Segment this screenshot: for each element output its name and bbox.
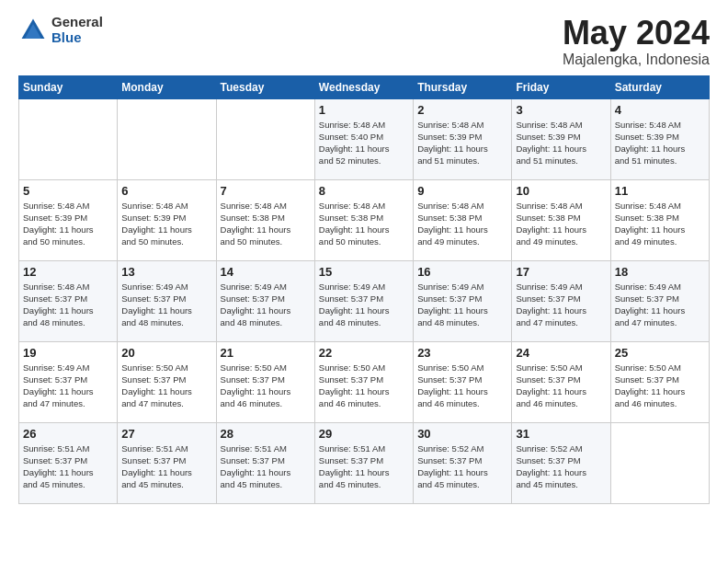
logo-text: General Blue bbox=[51, 15, 103, 45]
day-info: Sunrise: 5:52 AM Sunset: 5:37 PM Dayligh… bbox=[417, 442, 507, 491]
calendar-cell bbox=[118, 98, 216, 179]
day-info: Sunrise: 5:48 AM Sunset: 5:40 PM Dayligh… bbox=[319, 119, 409, 167]
calendar-cell: 6Sunrise: 5:48 AM Sunset: 5:39 PM Daylig… bbox=[118, 179, 216, 260]
calendar-cell: 23Sunrise: 5:50 AM Sunset: 5:37 PM Dayli… bbox=[414, 341, 512, 422]
logo-icon bbox=[18, 16, 48, 45]
day-number: 14 bbox=[221, 265, 311, 279]
day-info: Sunrise: 5:50 AM Sunset: 5:37 PM Dayligh… bbox=[615, 362, 705, 410]
day-number: 28 bbox=[221, 427, 311, 441]
day-number: 15 bbox=[319, 265, 409, 279]
day-number: 12 bbox=[23, 265, 113, 279]
day-info: Sunrise: 5:48 AM Sunset: 5:38 PM Dayligh… bbox=[615, 200, 705, 248]
day-number: 23 bbox=[417, 346, 507, 360]
week-row-4: 26Sunrise: 5:51 AM Sunset: 5:37 PM Dayli… bbox=[19, 422, 710, 503]
day-info: Sunrise: 5:50 AM Sunset: 5:37 PM Dayligh… bbox=[121, 362, 211, 410]
week-row-3: 19Sunrise: 5:49 AM Sunset: 5:37 PM Dayli… bbox=[19, 341, 710, 422]
day-info: Sunrise: 5:49 AM Sunset: 5:37 PM Dayligh… bbox=[121, 281, 211, 329]
day-info: Sunrise: 5:52 AM Sunset: 5:37 PM Dayligh… bbox=[516, 442, 606, 491]
calendar-cell: 26Sunrise: 5:51 AM Sunset: 5:37 PM Dayli… bbox=[19, 422, 118, 503]
day-info: Sunrise: 5:49 AM Sunset: 5:37 PM Dayligh… bbox=[615, 281, 705, 329]
calendar-cell: 14Sunrise: 5:49 AM Sunset: 5:37 PM Dayli… bbox=[216, 260, 314, 341]
day-header-thursday: Thursday bbox=[414, 75, 512, 98]
calendar-subtitle: Majalengka, Indonesia bbox=[563, 52, 710, 68]
day-info: Sunrise: 5:50 AM Sunset: 5:37 PM Dayligh… bbox=[417, 362, 507, 410]
day-info: Sunrise: 5:48 AM Sunset: 5:38 PM Dayligh… bbox=[516, 200, 606, 248]
calendar-cell: 12Sunrise: 5:48 AM Sunset: 5:37 PM Dayli… bbox=[19, 260, 118, 341]
calendar-cell bbox=[610, 422, 709, 503]
day-number: 21 bbox=[221, 346, 311, 360]
day-number: 11 bbox=[615, 184, 705, 198]
day-number: 18 bbox=[615, 265, 705, 279]
day-number: 8 bbox=[319, 184, 409, 198]
calendar-cell: 30Sunrise: 5:52 AM Sunset: 5:37 PM Dayli… bbox=[414, 422, 512, 503]
day-number: 9 bbox=[417, 184, 507, 198]
calendar-title: May 2024 bbox=[563, 15, 710, 52]
day-number: 26 bbox=[23, 427, 113, 441]
calendar-cell: 13Sunrise: 5:49 AM Sunset: 5:37 PM Dayli… bbox=[118, 260, 216, 341]
day-info: Sunrise: 5:48 AM Sunset: 5:39 PM Dayligh… bbox=[417, 119, 507, 167]
day-header-tuesday: Tuesday bbox=[216, 75, 314, 98]
day-number: 31 bbox=[516, 427, 606, 441]
day-number: 20 bbox=[121, 346, 211, 360]
calendar-cell: 11Sunrise: 5:48 AM Sunset: 5:38 PM Dayli… bbox=[610, 179, 709, 260]
calendar-cell: 22Sunrise: 5:50 AM Sunset: 5:37 PM Dayli… bbox=[314, 341, 413, 422]
day-info: Sunrise: 5:50 AM Sunset: 5:37 PM Dayligh… bbox=[221, 362, 311, 410]
day-number: 16 bbox=[417, 265, 507, 279]
day-info: Sunrise: 5:48 AM Sunset: 5:39 PM Dayligh… bbox=[23, 200, 113, 248]
calendar-cell: 10Sunrise: 5:48 AM Sunset: 5:38 PM Dayli… bbox=[512, 179, 610, 260]
day-number: 5 bbox=[23, 184, 113, 198]
day-info: Sunrise: 5:48 AM Sunset: 5:38 PM Dayligh… bbox=[319, 200, 409, 248]
logo-general-text: General bbox=[51, 15, 103, 30]
day-info: Sunrise: 5:48 AM Sunset: 5:38 PM Dayligh… bbox=[417, 200, 507, 248]
day-info: Sunrise: 5:48 AM Sunset: 5:39 PM Dayligh… bbox=[121, 200, 211, 248]
day-header-friday: Friday bbox=[512, 75, 610, 98]
week-row-2: 12Sunrise: 5:48 AM Sunset: 5:37 PM Dayli… bbox=[19, 260, 710, 341]
day-header-saturday: Saturday bbox=[610, 75, 709, 98]
calendar-cell: 15Sunrise: 5:49 AM Sunset: 5:37 PM Dayli… bbox=[314, 260, 413, 341]
day-info: Sunrise: 5:48 AM Sunset: 5:37 PM Dayligh… bbox=[23, 281, 113, 329]
calendar-table: SundayMondayTuesdayWednesdayThursdayFrid… bbox=[18, 75, 710, 504]
day-number: 13 bbox=[121, 265, 211, 279]
page: General Blue May 2024 Majalengka, Indone… bbox=[0, 0, 728, 563]
day-info: Sunrise: 5:51 AM Sunset: 5:37 PM Dayligh… bbox=[221, 442, 311, 491]
calendar-cell: 21Sunrise: 5:50 AM Sunset: 5:37 PM Dayli… bbox=[216, 341, 314, 422]
calendar-cell: 16Sunrise: 5:49 AM Sunset: 5:37 PM Dayli… bbox=[414, 260, 512, 341]
calendar-cell: 28Sunrise: 5:51 AM Sunset: 5:37 PM Dayli… bbox=[216, 422, 314, 503]
week-row-0: 1Sunrise: 5:48 AM Sunset: 5:40 PM Daylig… bbox=[19, 98, 710, 179]
week-row-1: 5Sunrise: 5:48 AM Sunset: 5:39 PM Daylig… bbox=[19, 179, 710, 260]
day-number: 4 bbox=[615, 103, 705, 117]
day-info: Sunrise: 5:48 AM Sunset: 5:39 PM Dayligh… bbox=[516, 119, 606, 167]
calendar-cell bbox=[216, 98, 314, 179]
calendar-cell bbox=[19, 98, 118, 179]
day-number: 1 bbox=[319, 103, 409, 117]
day-number: 3 bbox=[516, 103, 606, 117]
calendar-cell: 31Sunrise: 5:52 AM Sunset: 5:37 PM Dayli… bbox=[512, 422, 610, 503]
calendar-cell: 5Sunrise: 5:48 AM Sunset: 5:39 PM Daylig… bbox=[19, 179, 118, 260]
day-header-monday: Monday bbox=[118, 75, 216, 98]
day-number: 19 bbox=[23, 346, 113, 360]
day-number: 7 bbox=[221, 184, 311, 198]
title-block: May 2024 Majalengka, Indonesia bbox=[563, 15, 710, 68]
calendar-cell: 3Sunrise: 5:48 AM Sunset: 5:39 PM Daylig… bbox=[512, 98, 610, 179]
day-info: Sunrise: 5:51 AM Sunset: 5:37 PM Dayligh… bbox=[319, 442, 409, 491]
day-number: 25 bbox=[615, 346, 705, 360]
day-info: Sunrise: 5:50 AM Sunset: 5:37 PM Dayligh… bbox=[319, 362, 409, 410]
day-number: 6 bbox=[121, 184, 211, 198]
calendar-cell: 1Sunrise: 5:48 AM Sunset: 5:40 PM Daylig… bbox=[314, 98, 413, 179]
day-number: 24 bbox=[516, 346, 606, 360]
day-number: 27 bbox=[121, 427, 211, 441]
day-info: Sunrise: 5:50 AM Sunset: 5:37 PM Dayligh… bbox=[516, 362, 606, 410]
calendar-cell: 19Sunrise: 5:49 AM Sunset: 5:37 PM Dayli… bbox=[19, 341, 118, 422]
day-info: Sunrise: 5:49 AM Sunset: 5:37 PM Dayligh… bbox=[417, 281, 507, 329]
header: General Blue May 2024 Majalengka, Indone… bbox=[18, 15, 710, 68]
day-info: Sunrise: 5:48 AM Sunset: 5:38 PM Dayligh… bbox=[221, 200, 311, 248]
logo: General Blue bbox=[18, 15, 103, 45]
calendar-cell: 9Sunrise: 5:48 AM Sunset: 5:38 PM Daylig… bbox=[414, 179, 512, 260]
day-info: Sunrise: 5:49 AM Sunset: 5:37 PM Dayligh… bbox=[319, 281, 409, 329]
logo-blue-text: Blue bbox=[51, 30, 103, 46]
day-number: 17 bbox=[516, 265, 606, 279]
day-number: 2 bbox=[417, 103, 507, 117]
day-info: Sunrise: 5:48 AM Sunset: 5:39 PM Dayligh… bbox=[615, 119, 705, 167]
calendar-cell: 7Sunrise: 5:48 AM Sunset: 5:38 PM Daylig… bbox=[216, 179, 314, 260]
calendar-cell: 8Sunrise: 5:48 AM Sunset: 5:38 PM Daylig… bbox=[314, 179, 413, 260]
